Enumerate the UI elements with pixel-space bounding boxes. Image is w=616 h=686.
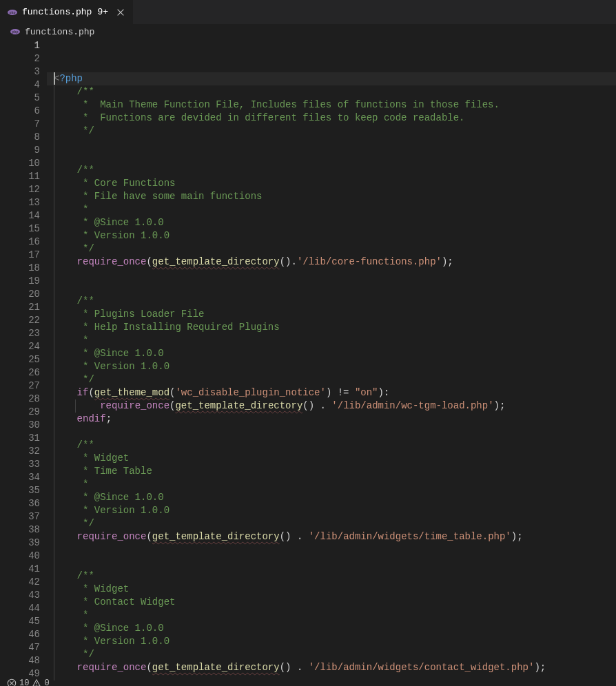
code-line[interactable]: require_once(get_template_directory() . … (47, 530, 616, 543)
code-line[interactable]: /** (47, 85, 616, 98)
code-line[interactable]: * Time Table (47, 465, 616, 478)
indent-guide (54, 557, 54, 570)
line-number: 31 (12, 432, 40, 445)
problems-indicator[interactable]: 10 0 (7, 678, 50, 686)
code-line[interactable]: * Widget (47, 583, 616, 596)
code-line[interactable]: * Plugins Loader File (47, 308, 616, 321)
code-line[interactable]: * (47, 478, 616, 491)
line-number: 1 (12, 39, 40, 52)
code-line[interactable]: */ (47, 242, 616, 256)
indent-guide (54, 439, 54, 452)
code-line[interactable]: <?php (47, 72, 616, 85)
editor-root: php functions.php 9+ php functions.php 1… (0, 0, 616, 686)
code-line[interactable]: */ (47, 648, 616, 661)
line-number: 41 (12, 563, 40, 576)
code-line[interactable]: /** (47, 295, 616, 308)
line-number: 48 (12, 654, 40, 667)
indent-guide (54, 321, 54, 334)
code-line[interactable]: /** (47, 164, 616, 177)
line-number: 18 (12, 262, 40, 275)
code-line[interactable]: require_once(get_template_directory() . … (47, 661, 616, 674)
code-line[interactable] (47, 282, 616, 295)
error-icon (7, 678, 17, 686)
indent-guide (54, 282, 54, 295)
indent-guide (54, 491, 54, 504)
code-line[interactable]: * (47, 203, 616, 216)
line-number: 46 (12, 628, 40, 641)
line-number: 40 (12, 550, 40, 563)
code-line[interactable]: * @Since 1.0.0 (47, 216, 616, 229)
code-line[interactable] (47, 138, 616, 151)
code-line[interactable]: * @Since 1.0.0 (47, 347, 616, 360)
code-line[interactable] (47, 674, 616, 680)
code-line[interactable]: /** (47, 439, 616, 452)
indent-guide (54, 98, 54, 112)
breadcrumb[interactable]: php functions.php (0, 24, 616, 39)
indent-guide (54, 478, 54, 491)
indent-guide (54, 661, 54, 674)
line-number: 44 (12, 602, 40, 615)
indent-guide (54, 413, 54, 426)
code-line[interactable]: * @Since 1.0.0 (47, 491, 616, 504)
code-line[interactable]: * Version 1.0.0 (47, 229, 616, 242)
line-number: 37 (12, 510, 40, 523)
tab-label: functions.php (22, 7, 92, 17)
code-line[interactable] (47, 557, 616, 570)
code-view[interactable]: <?php /** * Main Theme Function File, In… (47, 39, 616, 680)
code-line[interactable]: * Version 1.0.0 (47, 504, 616, 517)
code-line[interactable]: * Version 1.0.0 (47, 635, 616, 648)
close-icon[interactable] (115, 7, 126, 18)
indent-guide (54, 596, 54, 609)
tab-dirty-indicator: 9+ (97, 7, 108, 17)
code-line[interactable]: * Functions are devided in different fil… (47, 112, 616, 125)
indent-guide (75, 399, 76, 413)
line-number: 33 (12, 458, 40, 471)
line-number: 34 (12, 471, 40, 484)
code-line[interactable]: */ (47, 125, 616, 138)
line-number-gutter: 1234567891011121314151617181920212223242… (12, 39, 47, 680)
code-line[interactable]: * File have some main functions (47, 190, 616, 203)
line-number: 32 (12, 445, 40, 458)
indent-guide (54, 517, 54, 530)
code-line[interactable]: /** (47, 570, 616, 583)
indent-guide (54, 334, 54, 347)
line-number: 5 (12, 92, 40, 105)
line-number: 47 (12, 641, 40, 654)
code-line[interactable]: endif; (47, 413, 616, 426)
tab-bar: php functions.php 9+ (0, 0, 616, 24)
indent-guide (54, 583, 54, 596)
code-line[interactable] (47, 151, 616, 164)
code-line[interactable] (47, 426, 616, 439)
code-line[interactable]: * (47, 334, 616, 347)
code-line[interactable]: require_once(get_template_directory() . … (47, 399, 616, 413)
code-line[interactable]: */ (47, 373, 616, 386)
indent-guide (54, 399, 54, 413)
line-number: 35 (12, 484, 40, 497)
code-line[interactable]: * Contact Widget (47, 596, 616, 609)
indent-guide (54, 674, 54, 680)
tab-functions-php[interactable]: php functions.php 9+ (0, 0, 134, 24)
code-line[interactable]: * Widget (47, 452, 616, 465)
code-line[interactable]: require_once(get_template_directory().'/… (47, 256, 616, 269)
code-line[interactable]: */ (47, 517, 616, 530)
php-file-icon: php (10, 26, 21, 37)
code-line[interactable] (47, 269, 616, 282)
code-line[interactable]: if(get_theme_mod('wc_disable_plugin_noti… (47, 386, 616, 399)
code-line[interactable]: * @Since 1.0.0 (47, 622, 616, 635)
indent-guide (54, 177, 54, 190)
line-number: 8 (12, 131, 40, 144)
code-line[interactable]: * Core Functions (47, 177, 616, 190)
line-number: 26 (12, 366, 40, 380)
code-line[interactable]: * Version 1.0.0 (47, 360, 616, 373)
indent-guide (54, 426, 54, 439)
indent-guide (54, 465, 54, 478)
code-line[interactable]: * Main Theme Function File, Includes fil… (47, 98, 616, 112)
line-number: 45 (12, 615, 40, 628)
code-line[interactable]: * (47, 609, 616, 622)
code-line[interactable]: * Help Installing Required Plugins (47, 321, 616, 334)
code-line[interactable] (47, 543, 616, 557)
indent-guide (54, 635, 54, 648)
line-number: 7 (12, 118, 40, 131)
text-cursor (54, 72, 55, 85)
warning-count: 0 (44, 678, 49, 686)
